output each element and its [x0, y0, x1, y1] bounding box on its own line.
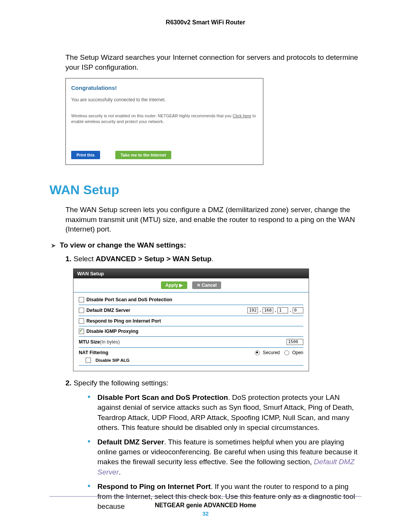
- igmp-label: Disable IGMP Proxying: [86, 329, 139, 334]
- footer-page-number: 32: [49, 510, 362, 517]
- ip-octet-2[interactable]: 168: [263, 307, 273, 313]
- wan-setup-heading: WAN Setup: [49, 182, 362, 197]
- wan-setup-titlebar: WAN Setup: [73, 269, 309, 278]
- ip-octet-4[interactable]: 0: [293, 307, 303, 313]
- footer-title: NETGEAR genie ADVANCED Home: [49, 502, 362, 509]
- sip-checkbox[interactable]: [86, 358, 91, 363]
- ping-checkbox[interactable]: [79, 318, 84, 324]
- intro-paragraph: The Setup Wizard searches your Internet …: [65, 53, 362, 72]
- row-dmz: Default DMZ Server 192. 168. 1. 0: [79, 305, 303, 316]
- row-sip: Disable SIP ALG: [79, 355, 303, 366]
- nat-options: Secured Open: [253, 350, 303, 355]
- procedure-heading-text: To view or change the WAN settings:: [60, 241, 186, 249]
- page-header-title: R6300v2 Smart WiFi Router: [49, 19, 362, 26]
- mtu-unit: (In bytes): [100, 339, 120, 345]
- ip-octet-3[interactable]: 1: [277, 307, 288, 313]
- page-footer: NETGEAR genie ADVANCED Home 32: [49, 493, 362, 517]
- cancel-button[interactable]: ✕ Cancel: [192, 281, 221, 289]
- nat-secured-label: Secured: [263, 350, 280, 355]
- wan-paragraph: The WAN Setup screen lets you configure …: [65, 205, 362, 234]
- ip-octet-1[interactable]: 192: [247, 307, 258, 313]
- step-1: 1. Select ADVANCED > Setup > WAN Setup.: [65, 255, 362, 263]
- bullet-ping-bold: Respond to Ping on Internet Port: [97, 482, 211, 490]
- take-me-to-internet-button[interactable]: Take me to the Internet: [115, 151, 172, 159]
- wan-setup-screenshot: WAN Setup Apply ▶ ✕ Cancel Disable Port …: [73, 268, 309, 371]
- nat-secured-radio[interactable]: [255, 350, 260, 355]
- apply-button[interactable]: Apply ▶: [161, 281, 188, 289]
- congrats-title: Congratulations!: [71, 85, 258, 91]
- congrats-line2-pre: Wireless security is not enabled on this…: [71, 113, 233, 118]
- sip-label: Disable SIP ALG: [96, 358, 129, 363]
- step-2: 2. Specify the following settings:: [65, 379, 362, 387]
- nat-label: NAT Filtering: [79, 350, 108, 355]
- print-this-button[interactable]: Print this: [71, 151, 100, 159]
- mtu-input[interactable]: 1500: [287, 339, 303, 345]
- row-ping: Respond to Ping on Internet Port: [79, 316, 303, 326]
- dmz-checkbox[interactable]: [79, 308, 84, 313]
- step-2-number: 2.: [65, 379, 72, 387]
- step-1-pre: Select: [73, 255, 96, 263]
- nat-open-label: Open: [292, 350, 303, 355]
- row-igmp: Disable IGMP Proxying: [79, 326, 303, 337]
- dmz-ip-inputs: 192. 168. 1. 0: [247, 307, 303, 313]
- row-nat: NAT Filtering Secured Open: [79, 348, 303, 355]
- congrats-screenshot: Congratulations! You are successfully co…: [65, 78, 263, 165]
- bullet-dmz-bold: Default DMZ Server: [97, 438, 164, 446]
- step-1-number: 1.: [65, 255, 72, 263]
- bullet-portscan-bold: Disable Port Scan and DoS Protection: [97, 393, 228, 401]
- wan-button-row: Apply ▶ ✕ Cancel: [73, 278, 309, 292]
- mtu-label: MTU Size: [79, 339, 100, 345]
- nat-open-radio[interactable]: [284, 350, 289, 355]
- portscan-checkbox[interactable]: [79, 297, 84, 302]
- row-portscan: Disable Port Scan and DoS Protection: [79, 295, 303, 305]
- portscan-label: Disable Port Scan and DoS Protection: [86, 297, 172, 302]
- bullet-portscan: Disable Port Scan and DoS Protection. Do…: [88, 393, 362, 433]
- step-1-path: ADVANCED > Setup > WAN Setup: [96, 255, 212, 263]
- congrats-click-here-link[interactable]: Click here: [233, 113, 251, 118]
- footer-rule: [49, 496, 362, 497]
- procedure-heading: ➤To view or change the WAN settings:: [51, 241, 362, 249]
- ping-label: Respond to Ping on Internet Port: [86, 318, 161, 324]
- congrats-line1: You are successfully connected to the In…: [71, 97, 258, 102]
- igmp-checkbox[interactable]: [79, 329, 84, 334]
- row-mtu: MTU Size(In bytes) 1500: [79, 337, 303, 348]
- arrow-icon: ➤: [51, 242, 56, 249]
- bullet-dmz-tail: .: [119, 468, 121, 476]
- bullet-dmz: Default DMZ Server. This feature is some…: [88, 437, 362, 477]
- congrats-line2: Wireless security is not enabled on this…: [71, 113, 258, 124]
- step-1-post: .: [212, 255, 213, 263]
- dmz-label: Default DMZ Server: [86, 308, 130, 313]
- step-2-text: Specify the following settings:: [73, 379, 168, 387]
